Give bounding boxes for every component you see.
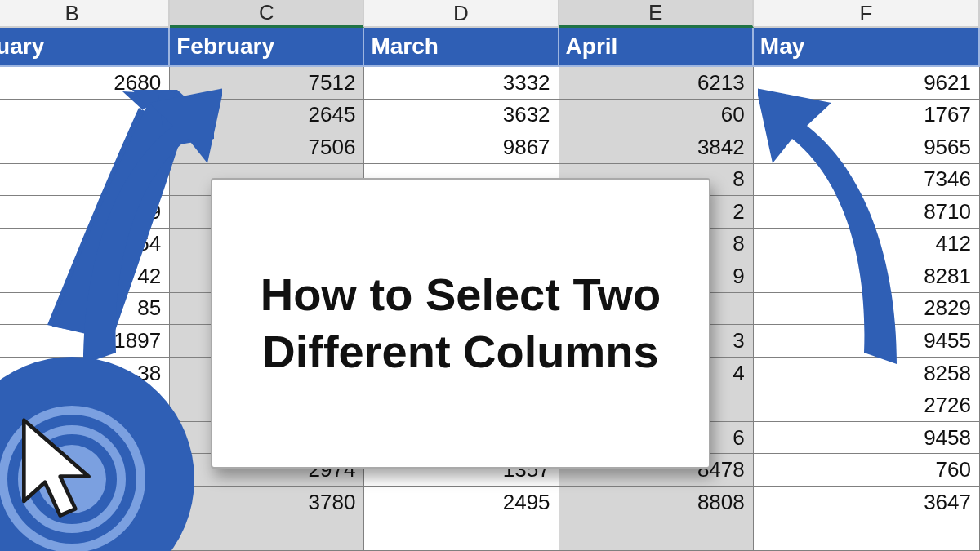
cell[interactable]: 9458 [754, 422, 980, 455]
cursor-icon [13, 415, 111, 530]
header-may[interactable]: May [754, 28, 980, 67]
cell[interactable] [170, 518, 364, 551]
col-letter-E[interactable]: E [559, 0, 754, 28]
cell[interactable]: 2495 [364, 487, 559, 519]
header-february[interactable]: February [170, 28, 364, 67]
spreadsheet-month-header: nuary February March April May [0, 28, 980, 67]
cell[interactable]: 8808 [559, 487, 754, 519]
cell[interactable]: 3842 [559, 131, 754, 164]
title-card: How to Select Two Different Columns [211, 178, 710, 469]
cell[interactable]: 3647 [754, 487, 980, 519]
title-text: How to Select Two Different Columns [232, 266, 689, 380]
cell[interactable]: 3632 [364, 100, 559, 132]
cell[interactable]: 9867 [364, 131, 559, 164]
cell[interactable]: 3780 [170, 487, 364, 519]
header-april[interactable]: April [559, 28, 754, 67]
cell[interactable]: 60 [559, 100, 754, 132]
cell[interactable]: 2726 [754, 389, 980, 422]
cell[interactable] [559, 518, 754, 551]
header-march[interactable]: March [364, 28, 559, 67]
tutorial-thumbnail: B C D E F nuary February March April May… [0, 0, 980, 551]
spreadsheet-column-letters: B C D E F [0, 0, 980, 28]
col-letter-B[interactable]: B [0, 0, 170, 28]
svg-marker-1 [24, 420, 88, 516]
arrow-right-icon [758, 78, 946, 364]
cell[interactable] [364, 518, 559, 551]
header-january[interactable]: nuary [0, 28, 170, 67]
col-letter-C[interactable]: C [170, 0, 364, 28]
cell[interactable]: 3332 [364, 67, 559, 100]
cell[interactable]: 760 [754, 454, 980, 487]
cell[interactable]: 6213 [559, 67, 754, 100]
col-letter-D[interactable]: D [364, 0, 559, 28]
cell[interactable] [754, 518, 980, 551]
arrow-left-icon [34, 78, 222, 364]
col-letter-F[interactable]: F [754, 0, 980, 28]
